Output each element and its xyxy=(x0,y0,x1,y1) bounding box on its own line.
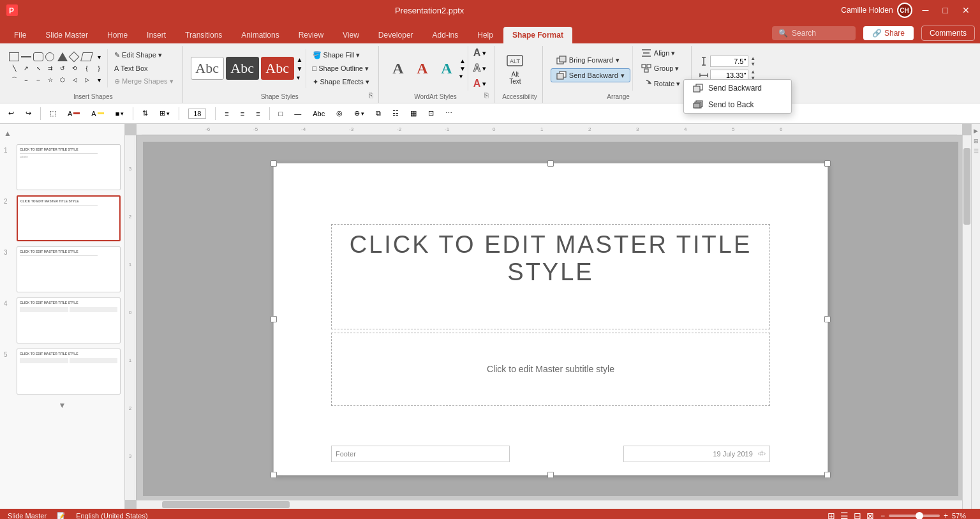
scroll-thumb-vertical[interactable] xyxy=(963,148,970,225)
slide-page[interactable]: Click to Edit Master Title Style Click t… xyxy=(273,163,828,476)
shape-12[interactable]: ⌢ xyxy=(33,75,43,84)
tab-developer[interactable]: Developer xyxy=(369,27,422,43)
zoom-in-button[interactable]: + xyxy=(942,511,949,519)
date-placeholder[interactable]: 19 July 2019 ‹#› xyxy=(623,446,770,462)
tb-image-button[interactable]: ◎ xyxy=(332,107,347,120)
shape-diamond[interactable] xyxy=(69,52,80,63)
shape-more[interactable]: ▾ xyxy=(94,52,104,61)
shape-2[interactable]: ╲ xyxy=(9,64,19,73)
handle-top-middle[interactable] xyxy=(547,160,554,167)
view-outline-button[interactable]: ☰ xyxy=(840,511,849,519)
merge-shapes-button[interactable]: ⊕ Merge Shapes ▾ xyxy=(110,75,177,87)
close-button[interactable]: ✕ xyxy=(958,5,974,15)
text-box-button[interactable]: A Text Box xyxy=(110,63,177,74)
zoom-out-button[interactable]: − xyxy=(879,511,886,519)
width-up-arrow[interactable]: ▲ xyxy=(750,69,755,75)
handle-top-left[interactable] xyxy=(271,160,277,167)
tb-more-button[interactable]: ⋯ xyxy=(441,107,457,120)
shape-5[interactable]: ⇉ xyxy=(45,64,56,73)
tab-review[interactable]: Review xyxy=(290,27,332,43)
send-backward-button[interactable]: Send Backward ▾ xyxy=(551,68,630,82)
slide-thumbnail-4[interactable]: 4 CLICK TO EDIT MASTER TITLE STYLE xyxy=(4,297,121,343)
bring-forward-button[interactable]: Bring Forward ▾ xyxy=(551,53,625,67)
wordart-scroll-down[interactable]: ▼ xyxy=(459,65,466,72)
shape-style-scroll-down[interactable]: ▼ xyxy=(296,64,304,73)
slide-img-4[interactable]: CLICK TO EDIT MASTER TITLE STYLE xyxy=(17,297,121,343)
handle-bottom-middle[interactable] xyxy=(547,472,554,478)
tb-grid-button[interactable]: ☷ xyxy=(388,107,403,120)
tab-view[interactable]: View xyxy=(334,27,368,43)
tab-addins[interactable]: Add-ins xyxy=(424,27,468,43)
slide-thumbnail-5[interactable]: 5 CLICK TO EDIT MASTER TITLE STYLE xyxy=(4,349,121,395)
text-fill-button[interactable]: A ▾ xyxy=(471,46,489,60)
title-text[interactable]: Click to Edit Master Title Style xyxy=(332,225,769,293)
wordart-style-red[interactable]: A xyxy=(411,57,434,80)
shape-rect[interactable] xyxy=(9,52,19,61)
redo-button[interactable]: ↪ xyxy=(21,107,36,120)
tb-border-button[interactable]: □ xyxy=(274,107,288,120)
height-down-arrow[interactable]: ▼ xyxy=(750,61,755,68)
shape-style-1[interactable]: Abc xyxy=(191,57,224,80)
right-panel-option1[interactable]: ⊞ xyxy=(972,137,980,146)
tb-align-center-button[interactable]: ≡ xyxy=(236,107,249,120)
font-size-field[interactable] xyxy=(188,109,206,119)
shape-more2[interactable]: ▾ xyxy=(94,75,104,84)
handle-top-right[interactable] xyxy=(824,160,831,167)
notes-button[interactable]: 📝 xyxy=(57,512,66,520)
shape-13[interactable]: ☆ xyxy=(45,75,56,84)
subtitle-placeholder[interactable]: Click to edit Master subtitle style xyxy=(331,333,770,406)
shape-3[interactable]: ↗ xyxy=(21,64,31,73)
comments-button[interactable]: Comments xyxy=(921,26,975,41)
shape-line[interactable] xyxy=(21,52,31,61)
shape-rounded-rect[interactable] xyxy=(33,52,43,61)
right-panel-option2[interactable]: ☰ xyxy=(972,147,980,156)
slide-img-2[interactable]: CLICK TO EDIT MASTER TITLE STYLE xyxy=(17,195,121,241)
send-backward-item[interactable]: Send Backward xyxy=(684,80,791,96)
wordart-expand-btn[interactable]: ⎘ xyxy=(484,91,489,99)
slide-panel-scroll-up[interactable]: ▲ xyxy=(4,129,11,138)
slide-canvas[interactable]: Click to Edit Master Title Style Click t… xyxy=(143,142,958,496)
height-up-arrow[interactable]: ▲ xyxy=(750,56,755,62)
tb-order-button[interactable]: ⊞ ▾ xyxy=(155,107,174,120)
footer-placeholder[interactable]: Footer xyxy=(331,446,510,462)
tb-layout-button[interactable]: ⧉ xyxy=(371,107,385,120)
slide-panel-scroll-down[interactable]: ▼ xyxy=(59,401,66,410)
handle-bottom-left[interactable] xyxy=(271,472,277,478)
tab-help[interactable]: Help xyxy=(468,27,502,43)
right-panel-collapse[interactable]: ▶ xyxy=(972,126,979,135)
shape-style-expand[interactable]: ▾ xyxy=(296,73,304,82)
view-reading-button[interactable]: ⊟ xyxy=(854,511,861,519)
zoom-slider-thumb[interactable] xyxy=(916,512,923,519)
tab-animations[interactable]: Animations xyxy=(232,27,288,43)
shape-7[interactable]: ⟲ xyxy=(70,64,80,73)
undo-button[interactable]: ↩ xyxy=(4,107,19,120)
language-label[interactable]: English (United States) xyxy=(76,512,148,519)
slide-img-5[interactable]: CLICK TO EDIT MASTER TITLE STYLE xyxy=(17,349,121,395)
subtitle-text[interactable]: Click to edit Master subtitle style xyxy=(487,364,614,374)
tb-symbol-button[interactable]: ⊕ ▾ xyxy=(350,107,369,120)
handle-mid-right[interactable] xyxy=(824,316,831,322)
slide-thumbnail-1[interactable]: 1 CLICK TO EDIT MASTER TITLE STYLE subti… xyxy=(4,144,121,190)
tb-fill-button[interactable]: ■ ▾ xyxy=(111,107,129,120)
view-normal-button[interactable]: ⊞ xyxy=(828,511,835,519)
text-effects-button[interactable]: A ▾ xyxy=(471,77,489,91)
view-fullscreen-button[interactable]: ⊠ xyxy=(866,511,874,519)
tab-slide-master[interactable]: Slide Master xyxy=(36,27,97,43)
send-to-back-item[interactable]: Send to Back xyxy=(684,96,791,113)
tb-object-button[interactable]: ⊡ xyxy=(424,107,438,120)
alt-text-button[interactable]: ALT Alt Text xyxy=(502,49,528,87)
wordart-style-teal[interactable]: A xyxy=(435,57,458,80)
zoom-level[interactable]: 57% xyxy=(952,512,972,519)
wordart-scroll-up[interactable]: ▲ xyxy=(459,57,466,64)
maximize-button[interactable]: □ xyxy=(939,5,952,15)
tab-file[interactable]: File xyxy=(5,27,35,43)
tab-shape-format[interactable]: Shape Format xyxy=(503,27,572,43)
group-button[interactable]: Group ▾ xyxy=(635,61,686,75)
search-input[interactable] xyxy=(792,29,849,38)
shape-6[interactable]: ↺ xyxy=(57,64,68,73)
shape-triangle[interactable] xyxy=(57,52,68,61)
scrollbar-vertical[interactable] xyxy=(962,135,971,509)
shape-effects-button[interactable]: ✦ Shape Effects ▾ xyxy=(309,76,373,88)
shape-11[interactable]: ⌣ xyxy=(21,75,31,84)
wordart-style-gray[interactable]: A xyxy=(387,57,410,80)
